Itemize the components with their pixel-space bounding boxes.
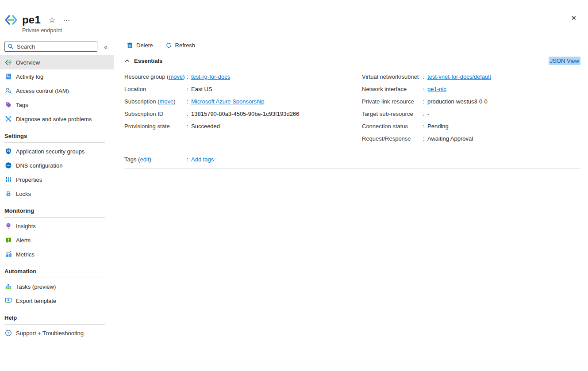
divider (4, 142, 105, 143)
colon: : (423, 111, 427, 117)
divider (124, 168, 580, 168)
request-response-value: Awaiting Approval (427, 135, 473, 142)
field-label-suffix: ) (149, 156, 151, 163)
favorite-star-icon[interactable]: ☆ (49, 16, 55, 24)
colon: : (423, 73, 427, 80)
close-icon[interactable]: ✕ (571, 14, 576, 22)
target-sub-resource-value: - (427, 111, 429, 117)
sidebar-item-support-troubleshooting[interactable]: ? Support + Troubleshooting (0, 326, 114, 340)
sidebar-item-diagnose[interactable]: Diagnose and solve problems (0, 112, 114, 126)
colon: : (187, 98, 191, 105)
field-label: Provisioning state (124, 123, 187, 130)
private-link-resource-value: production-westus3-0-0 (427, 98, 488, 105)
svg-text:?: ? (8, 331, 10, 335)
colon: : (187, 156, 191, 163)
sidebar-item-label: Alerts (16, 237, 31, 244)
resource-group-link[interactable]: test-rg-for-docs (191, 73, 230, 80)
network-interface-link[interactable]: pe1-nic (427, 86, 446, 92)
essentials-header: Essentials JSON View (114, 52, 588, 67)
colon: : (187, 123, 191, 130)
sidebar-item-dns-configuration[interactable]: DNS DNS configuration (0, 158, 114, 172)
colon: : (423, 135, 427, 142)
subscription-link[interactable]: Microsoft Azure Sponsorship (191, 98, 264, 105)
properties-icon (5, 176, 12, 183)
lock-icon (5, 190, 12, 197)
sidebar-item-label: Insights (16, 223, 36, 229)
trash-icon (127, 42, 133, 49)
refresh-button-label: Refresh (175, 42, 196, 49)
field-label: Network interface (362, 86, 423, 92)
sidebar-item-tasks-preview[interactable]: Tasks (preview) (0, 279, 114, 294)
delete-button[interactable]: Delete (127, 42, 153, 49)
field-label: Subscription ID (124, 111, 187, 117)
chevron-up-icon[interactable] (124, 58, 130, 64)
field-label: Location (124, 86, 187, 92)
question-icon: ? (5, 329, 12, 337)
essentials-title: Essentials (134, 57, 162, 64)
sidebar-item-tags[interactable]: Tags (0, 98, 114, 112)
shield-icon (5, 148, 12, 155)
sidebar-item-label: Access control (IAM) (16, 88, 69, 94)
dns-icon: DNS (5, 162, 12, 169)
field-target-sub-resource: Target sub-resource : - (362, 107, 579, 120)
collapse-menu-button[interactable]: « (102, 42, 109, 51)
colon: : (187, 111, 191, 117)
field-label: Virtual network/subnet (362, 73, 423, 80)
search-icon (8, 43, 14, 50)
refresh-button[interactable]: Refresh (165, 42, 196, 49)
divider (4, 217, 105, 218)
search-input[interactable] (4, 42, 97, 52)
colon: : (187, 86, 191, 92)
sidebar-item-label: Export template (16, 298, 56, 304)
move-resource-group-link[interactable]: move (169, 73, 183, 80)
sidebar-item-label: Locks (16, 191, 31, 197)
resource-menu-sidebar: « Overview Activity log Access control (… (0, 39, 114, 371)
access-control-icon (5, 87, 12, 94)
search-box (4, 42, 97, 52)
section-title-help: Help (0, 308, 114, 324)
add-tags-link[interactable]: Add tags (191, 156, 214, 163)
field-subscription-id: Subscription ID : 13815790-80a3-4505-90b… (124, 107, 362, 120)
resource-menu: Overview Activity log Access control (IA… (0, 55, 114, 340)
field-request-response: Request/Response : Awaiting Approval (362, 132, 579, 145)
field-label: Target sub-resource (362, 111, 423, 117)
more-options-icon[interactable]: ··· (63, 17, 70, 23)
sidebar-item-label: Diagnose and solve problems (16, 116, 92, 122)
sidebar-item-access-control-iam[interactable]: Access control (IAM) (0, 84, 114, 98)
sidebar-item-overview[interactable]: Overview (0, 55, 114, 69)
sidebar-item-insights[interactable]: Insights (0, 219, 114, 233)
field-label: Connection status (362, 123, 423, 130)
field-subscription: Subscription (move) : Microsoft Azure Sp… (124, 95, 362, 107)
private-endpoint-icon (5, 59, 12, 66)
activity-log-icon (5, 73, 12, 80)
field-label: Tags ( (124, 156, 140, 163)
sidebar-item-activity-log[interactable]: Activity log (0, 69, 114, 84)
section-title-automation: Automation (0, 261, 114, 278)
page-title: pe1 (22, 14, 41, 26)
field-label-suffix: ) (173, 98, 175, 105)
sidebar-item-application-security-groups[interactable]: Application security groups (0, 144, 114, 158)
sidebar-item-export-template[interactable]: Export template (0, 294, 114, 308)
field-virtual-network-subnet: Virtual network/subnet : test-vnet-for-d… (362, 70, 579, 83)
field-label-suffix: ) (183, 73, 184, 80)
sidebar-item-label: Tasks (preview) (16, 283, 56, 290)
sidebar-item-alerts[interactable]: Alerts (0, 233, 114, 247)
sidebar-item-metrics[interactable]: Metrics (0, 247, 114, 261)
essentials-grid: Resource group (move) : test-rg-for-docs… (114, 67, 588, 145)
field-label: Private link resource (362, 98, 423, 105)
field-network-interface: Network interface : pe1-nic (362, 83, 579, 95)
connection-status-value: Pending (427, 123, 449, 130)
json-view-link[interactable]: JSON View (549, 57, 580, 65)
edit-tags-link[interactable]: edit (140, 156, 149, 163)
alert-icon (5, 237, 12, 244)
move-subscription-link[interactable]: move (159, 98, 173, 105)
lightbulb-icon (5, 222, 12, 229)
sidebar-item-locks[interactable]: Locks (0, 187, 114, 201)
divider (114, 366, 588, 366)
refresh-icon (165, 42, 172, 49)
sidebar-item-properties[interactable]: Properties (0, 172, 114, 187)
vnet-subnet-link[interactable]: test-vnet-for-docs/default (427, 73, 491, 80)
field-tags: Tags (edit) : Add tags (124, 153, 588, 165)
sidebar-item-label: Metrics (16, 251, 35, 258)
field-connection-status: Connection status : Pending (362, 120, 579, 132)
